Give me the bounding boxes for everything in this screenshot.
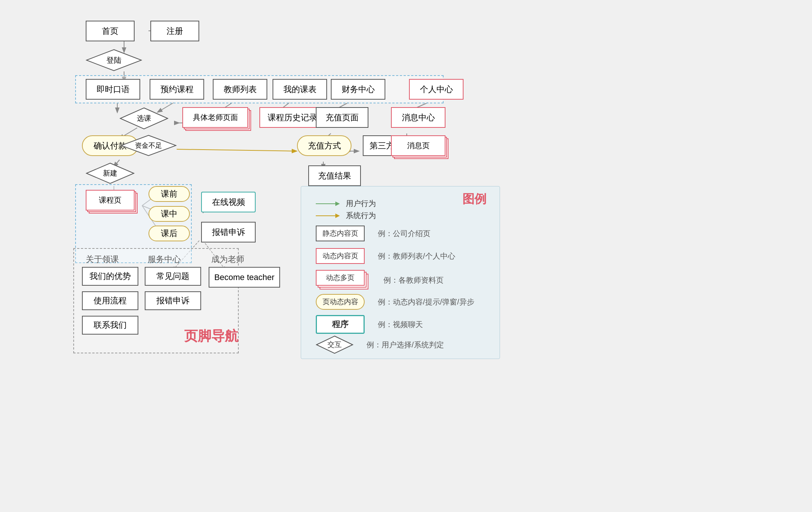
- our-advantage-label: 我们的优势: [89, 271, 131, 282]
- svg-line-18: [177, 149, 296, 151]
- pre-class-box: 课前: [148, 186, 190, 202]
- message-center-box: 消息中心: [391, 107, 445, 128]
- legend-program: 程序 例：视频聊天: [316, 315, 423, 334]
- program-example: 例：视频聊天: [378, 320, 423, 330]
- become-teacher-label-text: 成为老师: [211, 254, 244, 265]
- message-page-label: 消息页: [407, 141, 430, 151]
- register-label: 注册: [167, 26, 183, 37]
- user-behavior-label: 用户行为: [346, 198, 376, 209]
- recharge-page-box: 充值页面: [316, 107, 368, 128]
- homepage-box: 首页: [86, 21, 135, 41]
- interaction-label: 交互: [327, 340, 342, 350]
- online-video-box: 在线视频: [201, 192, 256, 212]
- legend-title: 图例: [462, 191, 486, 208]
- system-behavior-label: 系统行为: [346, 211, 376, 221]
- message-center-label: 消息中心: [402, 112, 435, 123]
- our-advantage-box: 我们的优势: [82, 267, 138, 286]
- my-schedule-box: 我的课表: [273, 79, 327, 100]
- in-class-label: 课中: [161, 208, 177, 220]
- dynamic-content-label: 动态内容页: [323, 251, 358, 261]
- course-history-box: 课程历史记录: [259, 107, 325, 128]
- diagram-container: 首页 注册 登陆 主导航 即时口语 预约课程 教师列表 我的课表 财务中心 个人…: [0, 0, 812, 512]
- dynamic-multi-example: 例：各教师资料页: [383, 275, 444, 285]
- footer-nav-label: 页脚导航: [184, 327, 238, 345]
- new-build-diamond: 新建: [86, 162, 135, 184]
- become-teacher-label: Become teacher: [214, 273, 274, 282]
- service-center-label: 服务中心: [148, 254, 181, 265]
- instant-oral-label: 即时口语: [97, 84, 130, 95]
- usage-flow-box: 使用流程: [82, 291, 138, 310]
- legend-dynamic-content: 动态内容页 例：教师列表/个人中心: [316, 248, 455, 264]
- recharge-result-box: 充值结果: [308, 165, 361, 186]
- complaint-box: 报错申诉: [201, 222, 256, 242]
- course-history-label: 课程历史记录: [268, 112, 317, 123]
- recharge-page-label: 充值页面: [326, 112, 359, 123]
- dynamic-multi-label: 动态多页: [326, 273, 354, 283]
- faq-box: 常见问题: [145, 267, 201, 286]
- about-lingke-label: 关于领课: [86, 254, 119, 265]
- contact-us-label: 联系我们: [94, 320, 127, 331]
- faq-label: 常见问题: [156, 271, 189, 282]
- new-build-label: 新建: [103, 168, 117, 178]
- recharge-method-label: 充值方式: [308, 140, 341, 151]
- program-label: 程序: [332, 319, 348, 330]
- legend-dynamic-multi: 动态多页 例：各教师资料页: [316, 270, 444, 291]
- insufficient-label: 资金不足: [135, 141, 162, 150]
- finance-center-box: 财务中心: [331, 79, 385, 100]
- login-diamond: 登陆: [86, 49, 142, 71]
- interaction-example: 例：用户选择/系统判定: [367, 340, 444, 350]
- instant-oral-box: 即时口语: [86, 79, 140, 100]
- insufficient-diamond: 资金不足: [120, 135, 177, 156]
- usage-flow-label: 使用流程: [94, 295, 127, 306]
- teacher-page-stack: 具体老师页面: [182, 107, 248, 132]
- online-video-label: 在线视频: [212, 197, 245, 208]
- select-course-diamond: 选课: [120, 107, 168, 130]
- legend-static-content: 静态内容页 例：公司介绍页: [316, 226, 430, 241]
- book-course-box: 预约课程: [150, 79, 204, 100]
- book-course-label: 预约课程: [161, 84, 194, 95]
- my-schedule-label: 我的课表: [283, 84, 317, 95]
- select-course-label: 选课: [137, 114, 151, 123]
- in-class-box: 课中: [148, 206, 190, 222]
- post-class-box: 课后: [148, 226, 190, 241]
- login-label: 登陆: [106, 55, 121, 65]
- teacher-list-box: 教师列表: [213, 79, 267, 100]
- complaint-footer-box: 报错申诉: [145, 291, 201, 310]
- complaint-footer-label: 报错申诉: [156, 295, 189, 306]
- complaint-label: 报错申诉: [212, 227, 245, 238]
- register-box: 注册: [150, 21, 199, 41]
- legend-page-dynamic: 页动态内容 例：动态内容/提示/弹窗/异步: [316, 294, 474, 310]
- contact-us-box: 联系我们: [82, 316, 138, 335]
- personal-center-box: 个人中心: [409, 79, 464, 100]
- personal-center-label: 个人中心: [420, 84, 453, 95]
- pre-class-label: 课前: [161, 188, 177, 200]
- recharge-method-box: 充值方式: [297, 135, 351, 156]
- course-page-stack: 课程页: [86, 190, 135, 214]
- message-page-stack: 消息页: [391, 135, 445, 160]
- homepage-label: 首页: [102, 26, 118, 37]
- teacher-list-label: 教师列表: [224, 84, 257, 95]
- static-content-label: 静态内容页: [323, 229, 358, 238]
- course-page-label: 课程页: [99, 195, 121, 205]
- become-teacher-box: Become teacher: [209, 267, 280, 288]
- teacher-page-label: 具体老师页面: [193, 112, 238, 123]
- finance-center-label: 财务中心: [342, 84, 375, 95]
- page-dynamic-label: 页动态内容: [323, 297, 358, 307]
- legend-system-behavior: 系统行为: [316, 211, 376, 221]
- legend-user-behavior: 用户行为: [316, 198, 376, 209]
- post-class-label: 课后: [161, 228, 177, 239]
- recharge-result-label: 充值结果: [318, 170, 351, 182]
- static-example: 例：公司介绍页: [378, 229, 430, 239]
- dynamic-example: 例：教师列表/个人中心: [378, 251, 455, 261]
- page-dynamic-example: 例：动态内容/提示/弹窗/异步: [378, 297, 474, 307]
- legend-interaction: 交互 例：用户选择/系统判定: [316, 335, 444, 354]
